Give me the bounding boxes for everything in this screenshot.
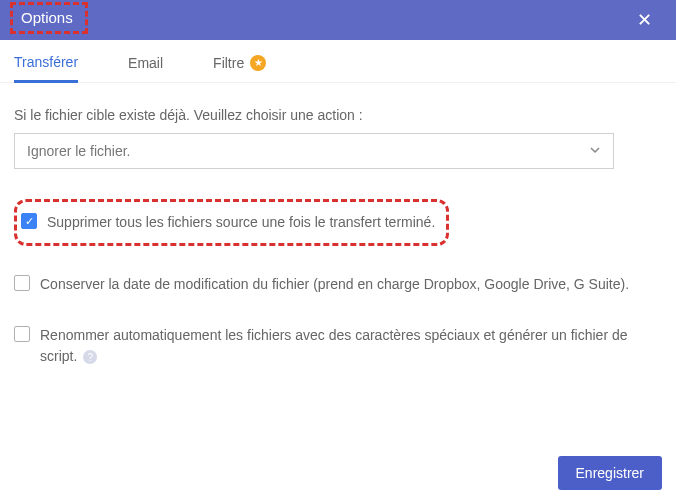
tab-filter[interactable]: Filtre ★ [213, 54, 266, 82]
close-icon: ✕ [637, 10, 652, 30]
action-select[interactable]: Ignorer le fichier. [14, 133, 614, 169]
checkbox-keep-date[interactable] [14, 275, 30, 291]
option-keep-date: Conserver la date de modification du fic… [14, 272, 662, 297]
option-rename: Renommer automatiquement les fichiers av… [14, 323, 662, 369]
tab-label: Email [128, 55, 163, 71]
checkbox-rename[interactable] [14, 326, 30, 342]
checkbox-delete-source[interactable]: ✓ [21, 213, 37, 229]
close-button[interactable]: ✕ [629, 5, 660, 35]
dialog-footer: Enregistrer [558, 456, 662, 490]
tab-label: Filtre [213, 55, 244, 71]
title-highlight: Options [10, 2, 88, 34]
dialog-title: Options [21, 9, 73, 26]
tab-transfer[interactable]: Transférer [14, 54, 78, 83]
option-text: Renommer automatiquement les fichiers av… [40, 327, 628, 364]
tab-label: Transférer [14, 54, 78, 70]
select-value: Ignorer le fichier. [27, 143, 131, 159]
dialog-header: Options ✕ [0, 0, 676, 40]
option-label: Renommer automatiquement les fichiers av… [40, 325, 662, 367]
option-label: Conserver la date de modification du fic… [40, 274, 629, 295]
chevron-down-icon [589, 143, 601, 159]
option-delete-source-highlight: ✓ Supprimer tous les fichiers source une… [14, 199, 449, 246]
help-icon[interactable]: ? [83, 350, 97, 364]
save-button[interactable]: Enregistrer [558, 456, 662, 490]
tab-bar: Transférer Email Filtre ★ [0, 40, 676, 83]
star-icon: ★ [250, 55, 266, 71]
option-label: Supprimer tous les fichiers source une f… [47, 212, 435, 233]
action-prompt: Si le fichier cible existe déjà. Veuille… [14, 107, 662, 123]
tab-email[interactable]: Email [128, 54, 163, 82]
tab-content: Si le fichier cible existe déjà. Veuille… [0, 83, 676, 383]
